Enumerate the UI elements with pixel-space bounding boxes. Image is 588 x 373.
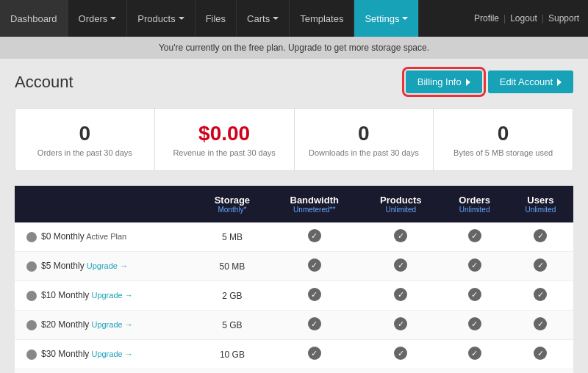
col-storage-sub: Monthly* [204,206,262,214]
nav-support-link[interactable]: Support [548,13,579,23]
plan-check-cell [441,369,507,374]
nav-right: Profile | Logout | Support [465,0,588,37]
check-icon [468,317,481,330]
account-header: Account Billing Info Edit Account [15,70,573,93]
plan-check-cell [268,281,360,311]
plan-name: $20 Monthly [41,319,89,330]
check-icon [308,288,321,301]
nav-carts[interactable]: Carts [237,0,290,37]
main-content: Account Billing Info Edit Account 0 Orde… [0,59,588,373]
plan-storage: 40 GB [196,369,269,374]
check-icon [534,288,547,301]
plan-expand-icon[interactable] [26,291,37,301]
nav-orders-caret [110,17,116,20]
col-orders: Orders Unlimited [441,186,507,222]
plan-check-cell [360,369,441,374]
check-icon [534,229,547,242]
plan-check-cell [441,252,507,281]
col-users-label: Users [527,195,553,206]
stats-row: 0 Orders in the past 30 days $0.00 Reven… [15,108,573,171]
nav-logout-link[interactable]: Logout [510,13,537,23]
plan-row: $10 Monthly Upgrade →2 GB [15,281,573,311]
plan-name-cell: $50 Monthly Upgrade → [15,369,196,374]
stat-storage: 0 Bytes of 5 MB storage used [434,109,573,170]
nav-dashboard[interactable]: Dashboard [0,0,68,37]
col-products-sub: Unlimited [368,206,434,214]
nav-products[interactable]: Products [127,0,195,37]
stat-storage-value: 0 [441,122,565,145]
stat-storage-label: Bytes of 5 MB storage used [441,148,565,157]
plan-name-cell: $10 Monthly Upgrade → [15,281,196,311]
plans-table-body: $0 Monthly Active Plan5 MB$5 Monthly Upg… [15,222,573,373]
plan-check-cell [360,340,441,369]
stat-orders: 0 Orders in the past 30 days [15,109,155,170]
plan-check-cell [508,252,573,281]
check-icon [394,317,407,330]
edit-arrow-icon [557,79,562,86]
nav-orders-label: Orders [79,13,108,24]
plan-storage: 50 MB [196,252,269,281]
plan-check-cell [268,369,360,374]
plan-check-cell [508,222,573,252]
check-icon [468,347,481,360]
upgrade-link[interactable]: Upgrade → [85,261,128,270]
nav-files[interactable]: Files [196,0,237,37]
edit-account-label: Edit Account [500,76,553,87]
check-icon [394,288,407,301]
check-icon [394,347,407,360]
check-icon [394,258,407,272]
plan-name: $0 Monthly [41,231,85,242]
nav-profile-link[interactable]: Profile [474,13,499,23]
nav-products-label: Products [137,13,175,24]
plan-expand-icon[interactable] [26,350,37,360]
plan-expand-icon[interactable] [26,232,37,242]
plan-check-cell [268,252,360,281]
col-bandwidth-sub: Unmetered** [276,206,353,214]
nav-dashboard-label: Dashboard [10,13,57,24]
plan-check-cell [441,222,507,252]
stat-downloads: 0 Downloads in the past 30 days [295,109,434,170]
plan-name-cell: $0 Monthly Active Plan [15,222,196,252]
check-icon [394,229,407,242]
stat-revenue-label: Revenue in the past 30 days [162,148,287,157]
plan-storage: 5 MB [196,222,269,252]
upgrade-link[interactable]: Upgrade → [89,350,132,358]
plan-check-cell [508,281,573,311]
check-icon [308,317,321,330]
upgrade-link[interactable]: Upgrade → [89,291,132,300]
navbar: Dashboard Orders Products Files Carts Te… [0,0,588,37]
check-icon [534,347,547,360]
plan-expand-icon[interactable] [26,261,37,272]
plan-expand-icon[interactable] [26,320,37,330]
stat-orders-label: Orders in the past 30 days [23,148,147,157]
account-title: Account [15,73,74,92]
plan-check-cell [508,311,573,340]
plan-check-cell [508,369,573,374]
col-users-sub: Unlimited [515,206,566,214]
edit-account-button[interactable]: Edit Account [488,70,573,93]
stat-revenue-value: $0.00 [162,122,287,145]
check-icon [534,258,547,272]
banner-text: You're currently on the free plan. Upgra… [159,43,429,53]
plan-name-cell: $5 Monthly Upgrade → [15,252,196,281]
plan-check-cell [268,311,360,340]
nav-templates[interactable]: Templates [290,0,354,37]
col-storage: Storage Monthly* [196,186,269,222]
check-icon [468,229,481,242]
billing-info-label: Billing Info [417,76,462,87]
plan-row: $5 Monthly Upgrade →50 MB [15,252,573,281]
upgrade-link[interactable]: Upgrade → [89,320,132,329]
col-products-label: Products [380,195,421,206]
stat-revenue: $0.00 Revenue in the past 30 days [155,109,295,170]
check-icon [534,317,547,330]
plan-check-cell [268,340,360,369]
check-icon [308,347,321,360]
check-icon [308,258,321,272]
col-storage-label: Storage [215,195,250,206]
plan-check-cell [441,281,507,311]
header-buttons: Billing Info Edit Account [406,70,573,93]
nav-orders[interactable]: Orders [68,0,128,37]
billing-info-button[interactable]: Billing Info [406,70,482,93]
nav-settings[interactable]: Settings [354,0,419,37]
active-plan-badge: Active Plan [85,232,126,241]
